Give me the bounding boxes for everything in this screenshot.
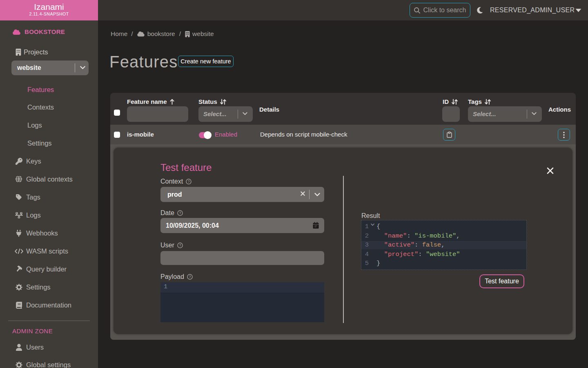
svg-text:?: ? xyxy=(188,180,190,184)
svg-text:?: ? xyxy=(189,275,191,279)
svg-text:?: ? xyxy=(179,211,181,215)
svg-text:?: ? xyxy=(179,243,181,247)
